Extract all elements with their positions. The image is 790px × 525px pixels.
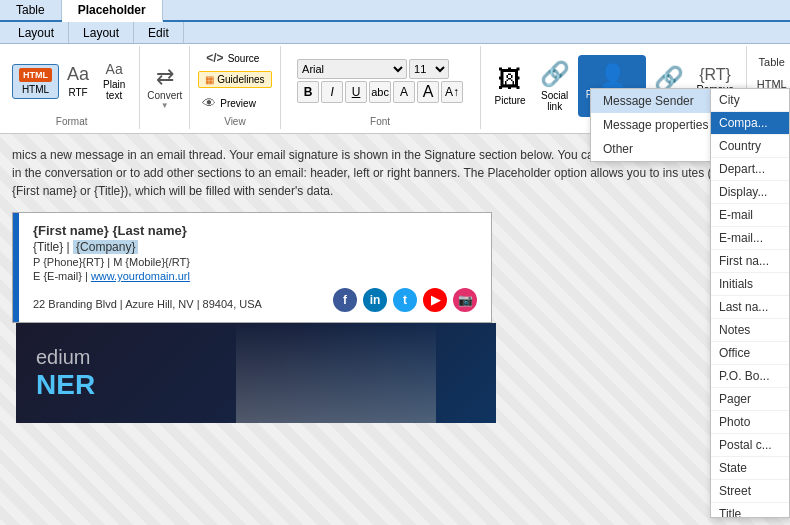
social-link-button[interactable]: 🔗 Sociallink [534, 57, 576, 115]
picture-button[interactable]: 🖼 Picture [489, 57, 532, 115]
sig-addr: 22 Branding Blvd | Azure Hill, NV | 8940… [33, 298, 262, 310]
highlight-button[interactable]: A [417, 81, 439, 103]
picture-icon: 🖼 [498, 65, 522, 93]
tab-placeholder[interactable]: Placeholder [62, 0, 163, 22]
rtf-icon: Aa [67, 64, 89, 85]
city-item[interactable]: City [711, 89, 789, 112]
message-sender-submenu: City Compa... Country Depart... Display.… [710, 88, 790, 518]
banner-text: edium NER [16, 334, 115, 413]
street-item[interactable]: Street [711, 480, 789, 503]
photo-item[interactable]: Photo [711, 411, 789, 434]
state-item[interactable]: State [711, 457, 789, 480]
initials-item[interactable]: Initials [711, 273, 789, 296]
preview-button[interactable]: 👁 Preview [198, 93, 260, 113]
facebook-icon: f [333, 288, 357, 312]
sig-phone: P {Phone}{RT} | M {Mobile}{/RT} [33, 256, 477, 268]
font-color-button[interactable]: A [393, 81, 415, 103]
display-item[interactable]: Display... [711, 181, 789, 204]
font-size-select[interactable]: 11 [409, 59, 449, 79]
email1-item[interactable]: E-mail [711, 204, 789, 227]
convert-group: ⇄ Convert ▼ [140, 46, 190, 129]
firstname-item[interactable]: First na... [711, 250, 789, 273]
convert-button[interactable]: ⇄ Convert ▼ [141, 56, 188, 118]
guidelines-button[interactable]: ▦ Guidelines [198, 71, 271, 88]
company-item[interactable]: Compa... [711, 112, 789, 135]
remove-tag-icon: {RT} [699, 66, 731, 84]
rtf-button[interactable]: Aa RTF [61, 61, 95, 101]
top-tab-bar: Table Placeholder [0, 0, 790, 22]
bold-button[interactable]: B [297, 81, 319, 103]
youtube-icon: ▶ [423, 288, 447, 312]
pobox-item[interactable]: P.O. Bo... [711, 365, 789, 388]
underline-button[interactable]: U [345, 81, 367, 103]
ribbon-tab-layout1[interactable]: Layout [4, 22, 69, 43]
increase-font-button[interactable]: A↑ [441, 81, 463, 103]
office-item[interactable]: Office [711, 342, 789, 365]
lastname-item[interactable]: Last na... [711, 296, 789, 319]
convert-icon: ⇄ [156, 64, 174, 90]
notes-item[interactable]: Notes [711, 319, 789, 342]
guidelines-icon: ▦ [205, 74, 214, 85]
department-item[interactable]: Depart... [711, 158, 789, 181]
tab-table[interactable]: Table [0, 0, 62, 20]
title-item[interactable]: Title [711, 503, 789, 518]
banner-preview: edium NER [16, 323, 496, 423]
ribbon-tab-edit[interactable]: Edit [134, 22, 184, 43]
italic-button[interactable]: I [321, 81, 343, 103]
social-icons: f in t ▶ 📷 [333, 288, 477, 312]
instagram-icon: 📷 [453, 288, 477, 312]
twitter-icon: t [393, 288, 417, 312]
country-item[interactable]: Country [711, 135, 789, 158]
ribbon-tab-layout2[interactable]: Layout [69, 22, 134, 43]
view-group: </> Source ▦ Guidelines 👁 Preview View [190, 46, 280, 129]
linkedin-icon: in [363, 288, 387, 312]
source-icon: </> [206, 51, 223, 65]
content-area: mics a new message in an email thread. Y… [0, 134, 790, 525]
format-group: HTML HTML Aa RTF Aa Plaintext Format [4, 46, 140, 129]
plain-icon: Aa [106, 61, 123, 77]
html-button[interactable]: HTML HTML [12, 64, 59, 99]
email2-item[interactable]: E-mail... [711, 227, 789, 250]
pager-item[interactable]: Pager [711, 388, 789, 411]
font-group: Arial 11 B I U abc A A A↑ Font [281, 46, 481, 129]
preview-icon: 👁 [202, 95, 216, 111]
source-button[interactable]: </> Source [198, 48, 267, 68]
social-icon: 🔗 [540, 60, 570, 88]
banner-image [236, 323, 436, 423]
placeholder-icon: 👤 [599, 63, 626, 89]
postalcode-item[interactable]: Postal c... [711, 434, 789, 457]
table-insert-button[interactable]: Table [747, 52, 790, 72]
strikethrough-button[interactable]: abc [369, 81, 391, 103]
sig-title: {Title} | {Company} [33, 240, 477, 254]
website-link[interactable]: www.yourdomain.url [91, 270, 190, 282]
font-family-select[interactable]: Arial [297, 59, 407, 79]
company-highlight: {Company} [73, 240, 138, 254]
sig-email: E {E-mail} | www.yourdomain.url [33, 270, 477, 282]
plain-text-button[interactable]: Aa Plaintext [97, 58, 131, 104]
signature-container: {First name} {Last name} {Title} | {Comp… [12, 212, 492, 323]
sig-name: {First name} {Last name} [33, 223, 477, 238]
